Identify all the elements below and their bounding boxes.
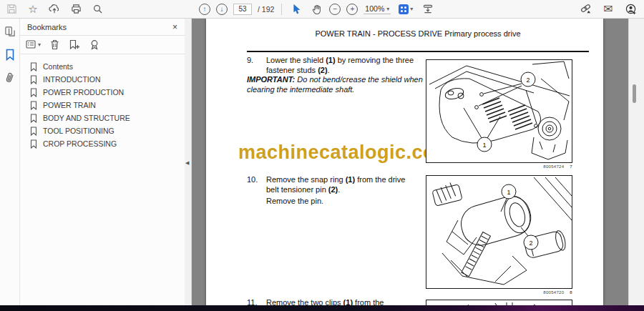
figure-1-caption: 800547247 — [426, 164, 572, 169]
share-file-icon[interactable] — [47, 2, 62, 16]
page-fit-icon — [399, 4, 409, 14]
toolbar-nav-group: ↑ ↓ / 192 − + 100% ▾ — [199, 0, 435, 18]
header-rule — [247, 51, 589, 52]
bookmark-label: CROP PROCESSING — [43, 139, 117, 148]
callout-2: 2 — [529, 240, 532, 247]
scrollbar-thumb[interactable] — [633, 84, 636, 103]
expand-current-bookmark-icon[interactable] — [89, 39, 99, 50]
page-thumbnails-icon[interactable] — [3, 24, 17, 39]
zoom-out-button[interactable]: − — [329, 4, 341, 15]
figure-code: 80054724 — [543, 164, 564, 169]
step-number: 10. — [247, 175, 266, 194]
new-bookmark-icon[interactable] — [69, 39, 80, 50]
step-10: 10. Remove the snap ring (1) from the dr… — [247, 175, 419, 194]
caret-down-icon: ▾ — [386, 6, 389, 12]
bottom-taskbar-edge — [0, 305, 644, 311]
zoom-level-value: 100% — [365, 4, 384, 13]
collapse-panel-icon[interactable]: ◀ — [185, 160, 189, 166]
previous-page-button[interactable]: ↑ — [199, 4, 210, 15]
callout-1: 1 — [482, 142, 486, 149]
bookmark-item-body-and-structure[interactable]: BODY AND STRUCTURE — [30, 112, 185, 124]
main-area: Bookmarks × ▾ — [0, 19, 644, 311]
plus-glyph: + — [350, 5, 354, 13]
toolbar-file-group: ☆ — [4, 0, 104, 18]
stamp-tool-icon[interactable] — [421, 2, 435, 16]
pdf-page: POWER TRAIN - PROCESS DRIVE Primary proc… — [206, 19, 603, 311]
step-10-substep: Remove the pin. — [266, 197, 323, 205]
arrow-down-glyph: ↓ — [220, 5, 224, 13]
step-9: 9. Lower the shield (1) by removing the … — [247, 56, 419, 75]
step-text: Remove the snap ring (1) from the drive … — [266, 175, 418, 194]
bookmark-item-crop-processing[interactable]: CROP PROCESSING — [30, 137, 185, 150]
bookmark-label: INTRODUCTION — [43, 75, 101, 84]
bookmark-item-power-production[interactable]: POWER PRODUCTION — [30, 86, 185, 99]
figure-index: 7 — [570, 164, 572, 169]
watermark-text: machinecatalogic.com — [238, 142, 453, 164]
bookmarks-list: Contents INTRODUCTION POWER PRODUCTION P… — [20, 54, 185, 150]
search-icon[interactable] — [90, 2, 104, 16]
page-count-label: / 192 — [258, 5, 274, 14]
close-icon[interactable]: × — [172, 22, 177, 32]
select-tool-icon[interactable] — [289, 2, 303, 16]
next-page-button[interactable]: ↓ — [216, 4, 228, 15]
callout-1: 1 — [507, 189, 510, 196]
bookmarks-panel-header: Bookmarks × — [20, 19, 185, 36]
figure-2-caption: 800547208 — [426, 290, 572, 295]
bookmark-item-contents[interactable]: Contents — [30, 60, 185, 73]
nav-pane-strip — [0, 19, 20, 311]
bookmarks-panel: Bookmarks × ▾ — [20, 19, 185, 311]
print-icon[interactable] — [69, 2, 83, 16]
top-toolbar: ☆ ↑ ↓ / 192 — [0, 0, 644, 19]
page-running-header: POWER TRAIN - PROCESS DRIVE Primary proc… — [247, 29, 589, 38]
delete-bookmark-icon[interactable] — [50, 39, 59, 50]
panel-splitter[interactable]: ◀ — [185, 19, 192, 311]
bookmark-options-menu[interactable]: ▾ — [26, 40, 41, 49]
email-icon[interactable]: ✉ — [601, 2, 615, 16]
bookmark-label: TOOL POSITIONING — [43, 127, 114, 135]
bookmark-label: BODY AND STRUCTURE — [43, 114, 130, 122]
hand-tool-icon[interactable] — [309, 2, 323, 16]
bookmark-label: Contents — [43, 62, 73, 71]
bookmark-item-power-train[interactable]: POWER TRAIN — [30, 99, 185, 112]
bookmark-item-introduction[interactable]: INTRODUCTION — [30, 73, 185, 86]
attachments-icon[interactable] — [3, 70, 17, 84]
step-text: Lower the shield (1) by removing the thr… — [266, 56, 418, 75]
caret-down-icon: ▾ — [38, 41, 41, 48]
figure-code: 80054720 — [543, 290, 564, 295]
bookmarks-panel-icon[interactable] — [3, 47, 17, 61]
share-link-icon[interactable] — [578, 2, 592, 16]
vertical-scrollbar[interactable] — [628, 19, 644, 311]
bookmark-label: POWER TRAIN — [43, 101, 96, 109]
envelope-glyph: ✉ — [603, 4, 613, 15]
figure-index: 8 — [570, 290, 572, 295]
page-number-input[interactable] — [233, 4, 252, 15]
document-area: POWER TRAIN - PROCESS DRIVE Primary proc… — [192, 19, 644, 311]
zoom-level-dropdown[interactable]: 100% ▾ — [364, 4, 391, 14]
bookmarks-panel-title: Bookmarks — [27, 23, 67, 31]
step-number: 9. — [247, 56, 266, 75]
arrow-up-glyph: ↑ — [203, 5, 207, 13]
zoom-in-button[interactable]: + — [346, 4, 358, 15]
callout-2: 2 — [526, 76, 530, 84]
minus-glyph: − — [333, 5, 337, 13]
figure-tensioner-drawing: 1 2 — [426, 175, 572, 289]
pdf-viewer-window: ☆ ↑ ↓ / 192 — [0, 0, 644, 311]
figure-shield-drawing: 2 1 — [426, 59, 572, 163]
caret-down-icon: ▾ — [410, 6, 413, 12]
save-icon[interactable] — [4, 2, 19, 16]
toolbar-divider — [281, 4, 282, 15]
star-glyph: ☆ — [28, 4, 37, 14]
favorites-star-icon[interactable]: ☆ — [26, 2, 40, 16]
toolbar-share-group: ✉ — [578, 0, 638, 18]
page-display-mode-dropdown[interactable]: ▾ — [396, 2, 415, 16]
bookmark-item-tool-positioning[interactable]: TOOL POSITIONING — [30, 124, 185, 137]
bookmark-label: POWER PRODUCTION — [43, 88, 124, 97]
bookmarks-toolbar: ▾ — [20, 36, 185, 54]
sign-in-profile-icon[interactable] — [624, 2, 638, 16]
important-note: IMPORTANT: Do not bend/crease the shield… — [247, 75, 423, 94]
